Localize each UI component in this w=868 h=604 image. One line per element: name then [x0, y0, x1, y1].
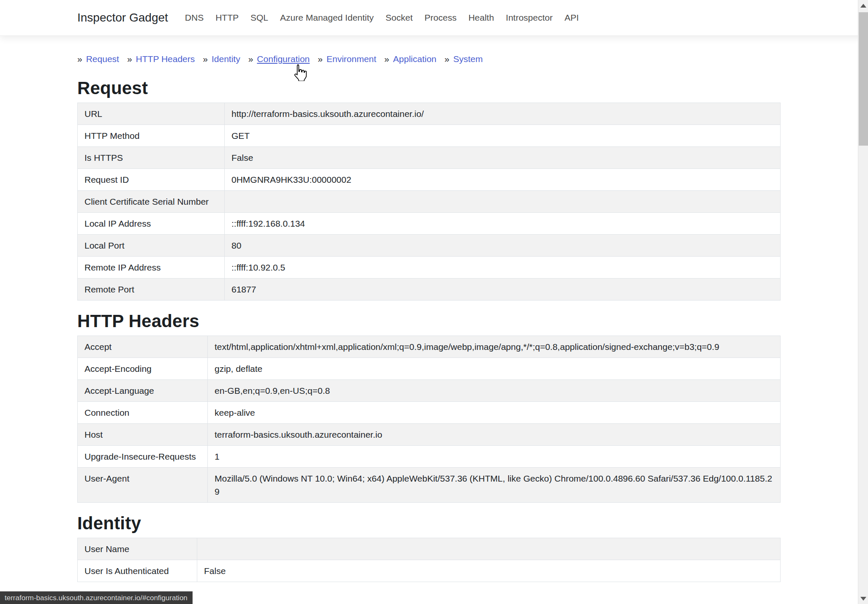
- breadcrumb-separator: »: [127, 54, 132, 64]
- scroll-up-button[interactable]: [858, 0, 868, 11]
- scrollbar-thumb[interactable]: [859, 12, 868, 146]
- table-row: User-AgentMozilla/5.0 (Windows NT 10.0; …: [78, 468, 781, 503]
- section-request: RequestURLhttp://terraform-basics.uksout…: [77, 78, 781, 301]
- row-label: Local IP Address: [78, 213, 225, 235]
- nav-item-introspector[interactable]: Introspector: [500, 13, 559, 23]
- section-title-request: Request: [77, 78, 781, 99]
- table-row: Connectionkeep-alive: [78, 402, 781, 424]
- table-row: Accept-Languageen-GB,en;q=0.9,en-US;q=0.…: [78, 380, 781, 402]
- table-row: Client Certificate Serial Number: [78, 191, 781, 213]
- breadcrumb-link-request[interactable]: Request: [86, 54, 119, 64]
- table-row: Is HTTPSFalse: [78, 147, 781, 169]
- row-label: User-Agent: [78, 468, 208, 503]
- row-value: 0HMGNRA9HK33U:00000002: [225, 169, 781, 191]
- arrow-up-icon: [860, 4, 866, 8]
- row-label: Request ID: [78, 169, 225, 191]
- section-identity: IdentityUser Name User Is AuthenticatedF…: [77, 513, 781, 582]
- breadcrumb-group: »Identity: [203, 52, 240, 66]
- row-label: Host: [78, 424, 208, 446]
- row-value: Mozilla/5.0 (Windows NT 10.0; Win64; x64…: [208, 468, 781, 503]
- row-value: [197, 538, 781, 560]
- table-row: Remote IP Address::ffff:10.92.0.5: [78, 257, 781, 279]
- top-navbar: Inspector Gadget DNSHTTPSQLAzure Managed…: [0, 0, 868, 36]
- row-label: Is HTTPS: [78, 147, 225, 169]
- row-label: Remote IP Address: [78, 257, 225, 279]
- breadcrumb: »Request»HTTP Headers»Identity»Configura…: [77, 52, 781, 66]
- table-row: User Is AuthenticatedFalse: [78, 560, 781, 582]
- row-value: GET: [225, 125, 781, 147]
- row-value: False: [197, 560, 781, 582]
- scroll-down-button[interactable]: [858, 593, 868, 604]
- table-row: User Name: [78, 538, 781, 560]
- breadcrumb-link-http-headers[interactable]: HTTP Headers: [136, 54, 195, 64]
- request-table: URLhttp://terraform-basics.uksouth.azure…: [77, 103, 781, 301]
- row-value: keep-alive: [208, 402, 781, 424]
- breadcrumb-link-configuration[interactable]: Configuration: [257, 54, 310, 64]
- row-value: 1: [208, 446, 781, 468]
- row-value: ::ffff:192.168.0.134: [225, 213, 781, 235]
- navbar-menu: DNSHTTPSQLAzure Managed IdentitySocketPr…: [179, 13, 585, 23]
- table-row: Accept-Encodinggzip, deflate: [78, 358, 781, 380]
- app-brand[interactable]: Inspector Gadget: [77, 11, 168, 24]
- row-label: Remote Port: [78, 279, 225, 301]
- breadcrumb-group: »Request: [77, 52, 119, 66]
- table-row: Upgrade-Insecure-Requests1: [78, 446, 781, 468]
- row-label: Accept-Encoding: [78, 358, 208, 380]
- vertical-scrollbar[interactable]: [858, 0, 868, 604]
- breadcrumb-link-system[interactable]: System: [453, 54, 483, 64]
- breadcrumb-separator: »: [318, 54, 323, 64]
- row-label: User Is Authenticated: [78, 560, 197, 582]
- identity-table: User Name User Is AuthenticatedFalse: [77, 538, 781, 582]
- breadcrumb-separator: »: [248, 54, 253, 64]
- section-title-identity: Identity: [77, 513, 781, 534]
- breadcrumb-group: »System: [444, 52, 483, 66]
- nav-item-process[interactable]: Process: [419, 13, 463, 23]
- table-row: Hostterraform-basics.uksouth.azurecontai…: [78, 424, 781, 446]
- breadcrumb-group: »HTTP Headers: [127, 52, 195, 66]
- sections: RequestURLhttp://terraform-basics.uksout…: [77, 78, 781, 582]
- nav-item-socket[interactable]: Socket: [380, 13, 419, 23]
- status-bar-url: terraform-basics.uksouth.azurecontainer.…: [0, 591, 193, 604]
- nav-item-azure-managed-identity[interactable]: Azure Managed Identity: [274, 13, 380, 23]
- nav-item-sql[interactable]: SQL: [245, 13, 274, 23]
- nav-item-api[interactable]: API: [558, 13, 585, 23]
- table-row: Local IP Address::ffff:192.168.0.134: [78, 213, 781, 235]
- breadcrumb-link-environment[interactable]: Environment: [327, 54, 376, 64]
- row-label: Connection: [78, 402, 208, 424]
- row-value: http://terraform-basics.uksouth.azurecon…: [225, 103, 781, 125]
- row-value: gzip, deflate: [208, 358, 781, 380]
- table-row: URLhttp://terraform-basics.uksouth.azure…: [78, 103, 781, 125]
- row-label: Upgrade-Insecure-Requests: [78, 446, 208, 468]
- row-value: en-GB,en;q=0.9,en-US;q=0.8: [208, 380, 781, 402]
- breadcrumb-separator: »: [77, 54, 82, 64]
- table-row: Request ID0HMGNRA9HK33U:00000002: [78, 169, 781, 191]
- nav-item-dns[interactable]: DNS: [179, 13, 210, 23]
- breadcrumb-group: »Environment: [318, 52, 376, 66]
- row-value: text/html,application/xhtml+xml,applicat…: [208, 336, 781, 358]
- arrow-down-icon: [860, 597, 866, 601]
- row-label: Client Certificate Serial Number: [78, 191, 225, 213]
- row-value: [225, 191, 781, 213]
- row-label: Accept-Language: [78, 380, 208, 402]
- row-value: terraform-basics.uksouth.azurecontainer.…: [208, 424, 781, 446]
- nav-item-http[interactable]: HTTP: [210, 13, 245, 23]
- breadcrumb-separator: »: [444, 54, 449, 64]
- section-http-headers: HTTP HeadersAccepttext/html,application/…: [77, 311, 781, 503]
- breadcrumb-link-application[interactable]: Application: [393, 54, 437, 64]
- breadcrumb-group: »Application: [384, 52, 436, 66]
- breadcrumb-separator: »: [384, 54, 389, 64]
- http-headers-table: Accepttext/html,application/xhtml+xml,ap…: [77, 336, 781, 503]
- table-row: Local Port80: [78, 235, 781, 257]
- row-value: False: [225, 147, 781, 169]
- table-row: Remote Port61877: [78, 279, 781, 301]
- row-value: 80: [225, 235, 781, 257]
- breadcrumb-separator: »: [203, 54, 208, 64]
- row-label: Local Port: [78, 235, 225, 257]
- breadcrumb-link-identity[interactable]: Identity: [212, 54, 240, 64]
- table-row: Accepttext/html,application/xhtml+xml,ap…: [78, 336, 781, 358]
- row-value: ::ffff:10.92.0.5: [225, 257, 781, 279]
- main-content: »Request»HTTP Headers»Identity»Configura…: [77, 52, 781, 582]
- breadcrumb-group: »Configuration: [248, 52, 310, 66]
- row-label: URL: [78, 103, 225, 125]
- nav-item-health[interactable]: Health: [463, 13, 500, 23]
